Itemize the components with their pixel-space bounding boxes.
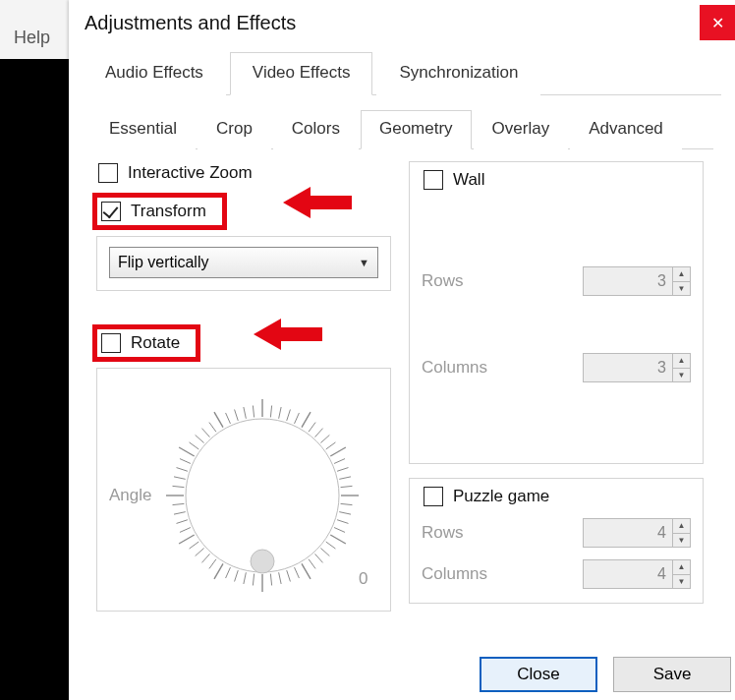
- svg-line-58: [214, 412, 223, 428]
- transform-mode-value: Flip vertically: [118, 254, 208, 271]
- svg-line-20: [340, 512, 352, 514]
- svg-line-55: [196, 435, 204, 442]
- angle-label: Angle: [109, 486, 151, 505]
- svg-line-16: [340, 477, 352, 479]
- svg-line-51: [177, 468, 188, 472]
- spin-up-icon[interactable]: ▲: [673, 560, 690, 575]
- tab-audio-effects[interactable]: Audio Effects: [83, 52, 226, 95]
- svg-line-57: [209, 423, 216, 433]
- arrow-annotation-icon: [254, 317, 322, 352]
- arrow-annotation-icon: [283, 185, 352, 220]
- puzzle-columns-spinbox[interactable]: 4 ▲▼: [583, 559, 691, 589]
- svg-line-60: [235, 410, 239, 421]
- help-menu[interactable]: Help: [0, 0, 69, 59]
- rotate-highlight: Rotate: [92, 324, 200, 362]
- chevron-down-icon: ▼: [359, 257, 369, 268]
- svg-line-38: [214, 563, 223, 579]
- svg-line-8: [302, 412, 311, 428]
- svg-line-40: [202, 554, 210, 562]
- subtab-advanced[interactable]: Advanced: [570, 110, 682, 149]
- subtab-geometry[interactable]: Geometry: [361, 110, 472, 149]
- wall-checkbox[interactable]: [424, 170, 443, 190]
- svg-line-53: [180, 447, 196, 456]
- wall-label: Wall: [453, 170, 484, 190]
- angle-zero-label: 0: [359, 569, 368, 589]
- angle-dial[interactable]: 0: [159, 392, 366, 599]
- adjustments-effects-dialog: Adjustments and Effects ✕ Audio Effects …: [69, 0, 735, 700]
- tab-video-effects[interactable]: Video Effects: [230, 52, 373, 95]
- geometry-panel: Interactive Zoom Transform: [90, 149, 713, 700]
- transform-checkbox[interactable]: [101, 202, 121, 221]
- interactive-zoom-label: Interactive Zoom: [128, 163, 253, 183]
- wall-columns-label: Columns: [422, 358, 487, 378]
- puzzle-group: Puzzle game Rows 4 ▲▼ Columns 4 ▲▼: [409, 478, 704, 604]
- svg-line-17: [341, 486, 353, 487]
- transform-group: Flip vertically ▼: [96, 236, 391, 291]
- main-tabs: Audio Effects Video Effects Synchronizat…: [83, 51, 721, 95]
- spin-up-icon[interactable]: ▲: [673, 354, 690, 369]
- svg-line-10: [315, 429, 323, 438]
- puzzle-columns-label: Columns: [422, 564, 487, 584]
- svg-line-62: [254, 406, 254, 418]
- subtab-colors[interactable]: Colors: [273, 110, 359, 149]
- transform-label: Transform: [131, 202, 206, 221]
- save-button[interactable]: Save: [613, 657, 731, 692]
- transform-mode-dropdown[interactable]: Flip vertically ▼: [109, 247, 378, 278]
- subtab-crop[interactable]: Crop: [198, 110, 271, 149]
- svg-line-43: [180, 535, 196, 544]
- svg-line-42: [190, 542, 199, 549]
- puzzle-checkbox[interactable]: [424, 487, 443, 506]
- wall-columns-spinbox[interactable]: 3 ▲▼: [583, 353, 691, 382]
- wall-rows-spinbox[interactable]: 3 ▲▼: [583, 266, 691, 296]
- svg-line-29: [295, 567, 300, 578]
- dialog-footer: Close Save: [69, 647, 735, 700]
- svg-line-25: [321, 549, 330, 556]
- puzzle-rows-label: Rows: [422, 523, 464, 543]
- sub-tabs: Essential Crop Colors Geometry Overlay A…: [90, 109, 713, 149]
- puzzle-rows-value: 4: [584, 524, 672, 542]
- svg-line-31: [279, 572, 281, 584]
- spin-down-icon[interactable]: ▼: [673, 534, 690, 548]
- spin-down-icon[interactable]: ▼: [673, 575, 690, 589]
- tab-synchronization[interactable]: Synchronization: [376, 52, 540, 95]
- rotate-checkbox[interactable]: [101, 333, 121, 353]
- svg-line-11: [321, 435, 330, 442]
- subtab-essential[interactable]: Essential: [90, 110, 196, 149]
- svg-line-19: [341, 503, 353, 504]
- svg-line-32: [271, 574, 272, 586]
- puzzle-rows-spinbox[interactable]: 4 ▲▼: [583, 518, 691, 548]
- puzzle-columns-value: 4: [584, 565, 672, 583]
- rotate-group: Angle 0: [96, 368, 391, 612]
- svg-line-4: [271, 406, 272, 418]
- window-close-button[interactable]: ✕: [700, 5, 735, 40]
- close-button[interactable]: Close: [480, 657, 597, 692]
- svg-line-54: [190, 442, 199, 449]
- svg-line-5: [279, 407, 281, 419]
- svg-line-37: [226, 567, 231, 578]
- title-bar: Adjustments and Effects ✕: [69, 0, 735, 45]
- wall-columns-value: 3: [584, 359, 672, 377]
- svg-line-44: [180, 528, 191, 533]
- transform-highlight: Transform: [92, 193, 227, 230]
- spin-up-icon[interactable]: ▲: [673, 267, 690, 282]
- svg-line-12: [326, 442, 336, 449]
- svg-line-23: [331, 535, 347, 544]
- spin-up-icon[interactable]: ▲: [673, 519, 690, 534]
- svg-line-9: [310, 423, 316, 433]
- svg-line-36: [235, 570, 239, 581]
- spin-down-icon[interactable]: ▼: [673, 369, 690, 382]
- dialog-title: Adjustments and Effects: [85, 12, 700, 34]
- svg-line-13: [331, 447, 347, 456]
- svg-line-52: [180, 459, 191, 464]
- svg-line-27: [310, 559, 316, 569]
- svg-line-21: [338, 520, 349, 524]
- svg-line-56: [202, 429, 210, 438]
- interactive-zoom-checkbox[interactable]: [98, 163, 118, 183]
- svg-line-49: [173, 486, 185, 487]
- subtab-overlay[interactable]: Overlay: [474, 110, 569, 149]
- spin-down-icon[interactable]: ▼: [673, 282, 690, 296]
- svg-line-30: [287, 570, 291, 581]
- svg-point-63: [251, 550, 274, 573]
- svg-line-28: [302, 563, 311, 579]
- svg-line-45: [177, 520, 188, 524]
